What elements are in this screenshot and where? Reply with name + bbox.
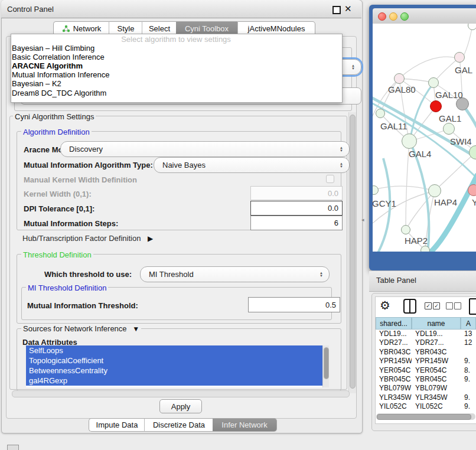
- screen: Control Panel ✕ Network Style Select Cyn…: [0, 0, 476, 450]
- cell-name: YBR043C: [412, 348, 461, 357]
- table-row[interactable]: YDL19... YDL19... 13: [376, 330, 476, 338]
- network-node-gal10[interactable]: [428, 77, 439, 88]
- table-row[interactable]: YBR045C YBR045C 9.: [376, 375, 476, 384]
- data-attributes-list[interactable]: SelfLoops TopologicalCoefficient Between…: [26, 345, 322, 387]
- minimize-traffic-light-icon[interactable]: [389, 12, 397, 21]
- close-traffic-light-icon[interactable]: [378, 12, 386, 21]
- table-row[interactable]: YPR145W YPR145W 9.: [376, 357, 476, 366]
- scrollbar-thumb[interactable]: [350, 115, 356, 389]
- attributes-list-scrollbar[interactable]: [322, 345, 329, 387]
- which-threshold-combo[interactable]: MI Threshold ▲▼: [140, 266, 330, 282]
- tab-discretize-data[interactable]: Discretize Data: [144, 418, 213, 432]
- kernel-width-label: Kernel Width (0,1):: [24, 190, 92, 198]
- network-window-titlebar[interactable]: [373, 8, 476, 24]
- dpi-tolerance-input[interactable]: 0.0: [250, 201, 343, 216]
- table-row[interactable]: YDR27... YDR27... 12: [376, 338, 476, 347]
- popup-item[interactable]: Mutual Information Inference: [12, 70, 337, 79]
- hub-definition-expander[interactable]: Hub/Transcription Factor Definition ▶: [22, 234, 153, 243]
- deselect-all-checkbox-icon[interactable]: [446, 302, 453, 309]
- list-item[interactable]: TopologicalCoefficient: [26, 356, 322, 366]
- column-header-third[interactable]: A: [461, 317, 476, 330]
- cell-value: 9.: [461, 375, 476, 384]
- network-node-gal80[interactable]: [394, 73, 405, 84]
- table-row[interactable]: YLR345W YLR345W 9.: [376, 393, 476, 402]
- dpi-tolerance-label: DPI Tolerance [0,1]:: [24, 204, 94, 213]
- scrollbar-thumb[interactable]: [377, 414, 471, 420]
- cell-value: 13: [461, 330, 476, 338]
- mi-steps-value: 6: [334, 219, 338, 227]
- list-item[interactable]: SelfLoops: [26, 345, 322, 356]
- kernel-width-input[interactable]: 0.0: [250, 186, 343, 200]
- zoom-traffic-light-icon[interactable]: [400, 12, 409, 21]
- popup-item[interactable]: Dream8 DC_TDC Algorithm: [12, 89, 337, 97]
- table-row[interactable]: YIL052C YIL052C 9.: [376, 402, 476, 411]
- popup-item[interactable]: Bayesian – K2: [12, 79, 337, 88]
- sources-title[interactable]: Sources for Network Inference ▼: [21, 324, 141, 333]
- list-item[interactable]: BetweennessCentrality: [26, 366, 322, 376]
- table-row[interactable]: YBL079W YBL079W: [376, 384, 476, 393]
- float-window-icon[interactable]: [332, 6, 341, 14]
- aracne-mode-combo[interactable]: Discovery ▲▼: [60, 141, 350, 157]
- cell-name: YDL19...: [412, 330, 461, 338]
- network-node[interactable]: [420, 246, 430, 252]
- node-label: GAL4: [409, 149, 431, 159]
- popup-item-selected[interactable]: ARACNE Algorithm: [12, 61, 337, 70]
- network-node-gal4[interactable]: [402, 133, 417, 149]
- node-label: GAL1: [439, 113, 461, 123]
- network-node-gal11[interactable]: [376, 109, 385, 118]
- cell-value: [461, 348, 476, 357]
- tab-network-label: Network: [73, 24, 102, 33]
- list-item[interactable]: gal4RGexp: [26, 376, 322, 386]
- node-label: GAL: [455, 65, 472, 75]
- apply-button[interactable]: Apply: [159, 399, 202, 413]
- document-icon[interactable]: [469, 298, 476, 315]
- table-body[interactable]: YDL19... YDL19... 13 YDR27... YDR27... 1…: [376, 330, 476, 412]
- settings-vertical-scrollbar[interactable]: [348, 112, 356, 393]
- cell-name: YBR045C: [412, 375, 461, 384]
- network-node-selected-red[interactable]: [430, 100, 442, 112]
- table-row[interactable]: YBR043C YBR043C: [376, 348, 476, 357]
- deselect-all-checkbox-icon[interactable]: [454, 302, 461, 309]
- cell-shared-name: YIL052C: [376, 402, 412, 411]
- table-horizontal-scrollbar[interactable]: [376, 413, 475, 420]
- control-panel-titlebar[interactable]: [1, 0, 361, 18]
- scrollbar-thumb[interactable]: [324, 347, 329, 379]
- popup-item[interactable]: Basic Correlation Inference: [12, 53, 337, 61]
- aracne-mode-value: Discovery: [69, 145, 340, 154]
- control-panel-title: Control Panel: [7, 5, 54, 14]
- network-node-pink[interactable]: [468, 184, 476, 196]
- tab-infer-network[interactable]: Infer Network: [213, 418, 277, 432]
- cell-name: YBL079W: [412, 384, 461, 393]
- mi-algorithm-type-combo[interactable]: Naive Bayes ▲▼: [154, 157, 350, 173]
- table-row[interactable]: YER054C YER054C 8.: [376, 366, 476, 375]
- network-node-gal1[interactable]: [443, 123, 455, 135]
- minimized-panel-icon[interactable]: [7, 445, 19, 450]
- close-icon[interactable]: ✕: [344, 4, 352, 14]
- popup-item[interactable]: Bayesian – Hill Climbing: [12, 44, 337, 53]
- apply-button-label: Apply: [171, 402, 191, 411]
- node-label: SWI4: [450, 136, 472, 146]
- network-node-hap4[interactable]: [428, 184, 441, 197]
- manual-kernel-width-label: Manual Kernel Width Definition: [24, 175, 137, 184]
- settings-horizontal-scrollbar[interactable]: [12, 390, 350, 397]
- tab-impute-data[interactable]: Impute Data: [89, 418, 145, 432]
- cell-value: [461, 384, 476, 393]
- column-header-shared[interactable]: shared...: [376, 317, 412, 330]
- network-node-hap2[interactable]: [401, 225, 410, 234]
- select-all-checkbox-icon[interactable]: ✓: [433, 302, 440, 309]
- columns-icon[interactable]: [403, 299, 416, 314]
- tab-impute-data-label: Impute Data: [96, 420, 138, 429]
- table-panel-title: Table Panel: [376, 276, 416, 285]
- manual-kernel-width-checkbox[interactable]: [326, 175, 334, 183]
- mi-threshold-input[interactable]: 0.5: [248, 297, 340, 312]
- select-all-checkbox-icon[interactable]: ✓: [425, 302, 432, 309]
- mi-steps-input[interactable]: 6: [250, 216, 343, 230]
- network-node-gal[interactable]: [454, 52, 465, 63]
- which-threshold-label: Which threshold to use:: [44, 270, 132, 279]
- tab-style-label: Style: [118, 24, 135, 33]
- network-canvas[interactable]: GAL GAL80 GAL10 GAL1 GAL11 SWI4 GAL4 GCY…: [373, 24, 476, 252]
- splitpane-collapse-icon[interactable]: ◂: [361, 217, 364, 223]
- gear-icon[interactable]: ⚙: [380, 298, 390, 312]
- stepper-icon: ▲▼: [351, 64, 355, 70]
- column-header-name[interactable]: name: [412, 317, 461, 330]
